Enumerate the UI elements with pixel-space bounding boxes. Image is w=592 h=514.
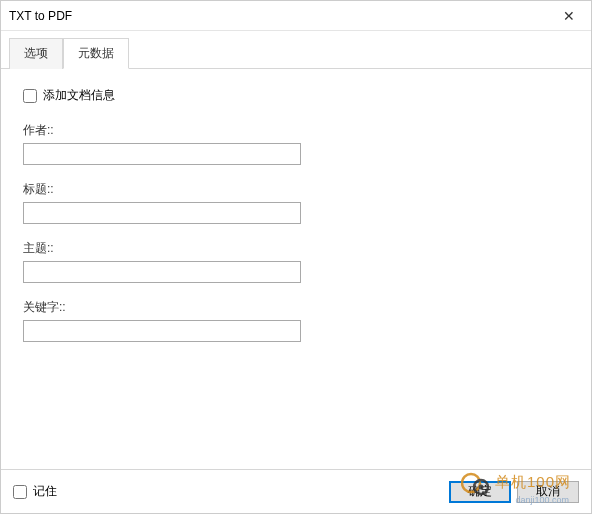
close-icon: ✕ <box>563 8 575 24</box>
tab-label: 选项 <box>24 46 48 60</box>
author-input[interactable] <box>23 143 301 165</box>
ok-label: 确定 <box>468 484 492 498</box>
ok-button[interactable]: 确定 <box>449 481 511 503</box>
footer: 记住 确定 取消 单机100网 danji100.com <box>1 469 591 513</box>
keywords-field: 关键字:: <box>23 299 569 342</box>
tab-options[interactable]: 选项 <box>9 38 63 69</box>
window-title: TXT to PDF <box>9 9 547 23</box>
tab-content: 添加文档信息 作者:: 标题:: 主题:: 关键字:: <box>1 69 591 469</box>
remember-label: 记住 <box>33 483 57 500</box>
remember-checkbox[interactable] <box>13 485 27 499</box>
add-doc-info-label: 添加文档信息 <box>43 87 115 104</box>
keywords-input[interactable] <box>23 320 301 342</box>
subject-field: 主题:: <box>23 240 569 283</box>
dialog-window: TXT to PDF ✕ 选项 元数据 添加文档信息 作者:: 标题:: 主题:… <box>0 0 592 514</box>
close-button[interactable]: ✕ <box>547 1 591 31</box>
author-field: 作者:: <box>23 122 569 165</box>
title-label: 标题:: <box>23 181 569 198</box>
cancel-button[interactable]: 取消 <box>517 481 579 503</box>
titlebar: TXT to PDF ✕ <box>1 1 591 31</box>
tab-metadata[interactable]: 元数据 <box>63 38 129 69</box>
add-doc-info-checkbox[interactable] <box>23 89 37 103</box>
title-field: 标题:: <box>23 181 569 224</box>
title-input[interactable] <box>23 202 301 224</box>
author-label: 作者:: <box>23 122 569 139</box>
footer-buttons: 确定 取消 单机100网 danji100.com <box>449 481 579 503</box>
subject-label: 主题:: <box>23 240 569 257</box>
tab-bar: 选项 元数据 <box>1 31 591 69</box>
keywords-label: 关键字:: <box>23 299 569 316</box>
footer-left: 记住 <box>13 483 449 500</box>
cancel-label: 取消 <box>536 484 560 498</box>
add-doc-info-row: 添加文档信息 <box>23 87 569 104</box>
tab-label: 元数据 <box>78 46 114 60</box>
subject-input[interactable] <box>23 261 301 283</box>
